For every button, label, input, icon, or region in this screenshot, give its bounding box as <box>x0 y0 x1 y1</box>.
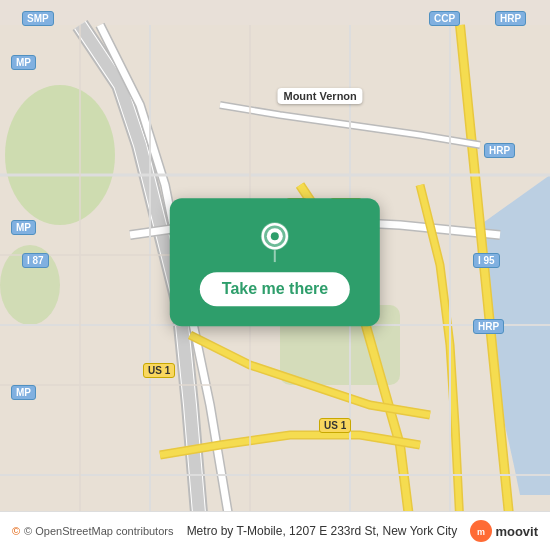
map-container: Mount Vernon I 87 MP MP MP SMP CCP HRP H… <box>0 0 550 550</box>
svg-point-16 <box>271 232 279 240</box>
svg-text:m: m <box>477 527 485 537</box>
place-label: Mount Vernon <box>277 88 362 104</box>
moovit-icon: m <box>470 520 492 542</box>
road-label-us1c: US 1 <box>143 363 175 378</box>
address-text: Metro by T-Mobile, 1207 E 233rd St, New … <box>173 524 470 538</box>
road-label-i87: I 87 <box>22 253 49 268</box>
bottom-bar: © © OpenStreetMap contributors Metro by … <box>0 511 550 550</box>
road-label-hrp1: HRP <box>495 11 526 26</box>
copyright-symbol: © <box>12 525 20 537</box>
pin-icon <box>253 218 297 262</box>
svg-point-1 <box>5 85 115 225</box>
take-me-there-button[interactable]: Take me there <box>200 272 350 306</box>
moovit-logo: m moovit <box>470 520 538 542</box>
moovit-text: moovit <box>495 524 538 539</box>
place-name-text: Mount Vernon <box>283 90 356 102</box>
attribution-area: © © OpenStreetMap contributors <box>12 525 173 537</box>
road-label-hrp2: HRP <box>484 143 515 158</box>
road-label-mp2: MP <box>11 220 36 235</box>
road-label-mp1: MP <box>11 55 36 70</box>
cta-card: Take me there <box>170 198 380 326</box>
road-label-us1d: US 1 <box>319 418 351 433</box>
road-label-smp: SMP <box>22 11 54 26</box>
road-label-hrp3: HRP <box>473 319 504 334</box>
attribution-text: © OpenStreetMap contributors <box>24 525 173 537</box>
moovit-area: m moovit <box>470 520 538 542</box>
road-label-mp3: MP <box>11 385 36 400</box>
road-label-i95: I 95 <box>473 253 500 268</box>
road-label-ccp: CCP <box>429 11 460 26</box>
